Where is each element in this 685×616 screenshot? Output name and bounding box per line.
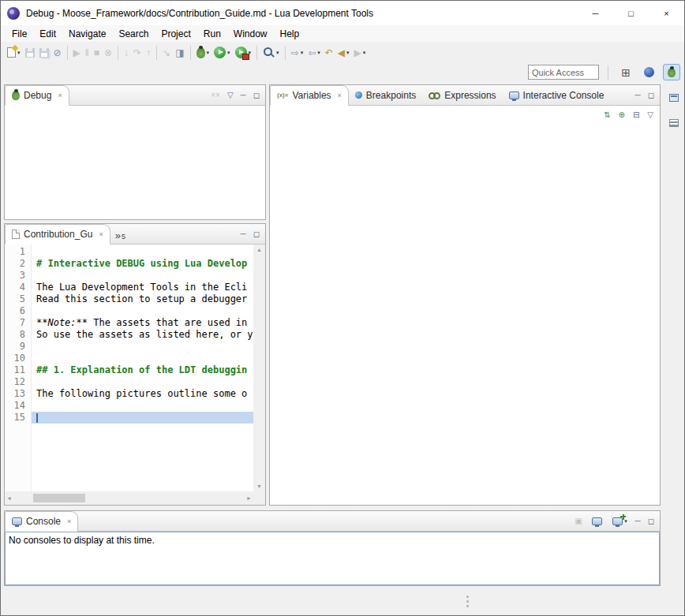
close-icon[interactable]: × [58, 91, 62, 99]
editor-line[interactable]: 14 [5, 400, 253, 412]
menu-search[interactable]: Search [112, 27, 155, 41]
display-console-button[interactable] [590, 514, 605, 528]
previous-annotation-button[interactable]: ⇦ ▾ [305, 44, 323, 62]
collapse-all-icon[interactable]: ⊟ [633, 111, 639, 119]
resume-button[interactable]: ▶ [71, 44, 83, 62]
minimize-view-icon[interactable]: ─ [241, 230, 246, 238]
close-icon[interactable]: × [338, 91, 342, 99]
editor-line[interactable]: 4The Lua Development Tools in the Ecli [5, 282, 253, 293]
scrollbar-thumb[interactable] [33, 494, 85, 502]
app-icon[interactable] [7, 7, 20, 20]
search-button[interactable]: ▾ [260, 44, 282, 62]
open-perspective-button[interactable]: ⊞ [617, 64, 634, 80]
pin-console-icon[interactable]: ▣ [575, 517, 582, 525]
show-type-names-icon[interactable]: ⇅ [604, 111, 610, 119]
scroll-up-icon[interactable]: ▲ [256, 247, 262, 252]
run-button[interactable]: ▾ [211, 44, 233, 62]
editor-line[interactable]: 13The following pictures outline some o [5, 388, 253, 400]
horizontal-scrollbar[interactable]: ◄ ► [5, 491, 253, 505]
editor-line[interactable]: 2# Interactive DEBUG using Lua Develop [5, 258, 253, 270]
disconnect-button[interactable]: ⊗ [102, 44, 114, 62]
drop-to-frame-button[interactable]: ↘ [160, 44, 173, 62]
menu-help[interactable]: Help [274, 27, 306, 41]
maximize-view-icon[interactable]: ◻ [648, 91, 654, 99]
editor-line[interactable]: 8So use the assets as listed here, or y [5, 329, 253, 341]
editor-line[interactable]: 5Read this section to setup a debugger [5, 293, 253, 305]
view-menu-icon[interactable]: ▽ [227, 91, 234, 99]
debug-perspective-button[interactable] [663, 64, 680, 80]
tab-console[interactable]: Console × [5, 511, 78, 532]
editor-line[interactable]: 1 [5, 246, 253, 258]
show-logical-structures-icon[interactable]: ⊕ [619, 111, 625, 119]
lua-perspective-button[interactable] [640, 64, 657, 80]
skip-breakpoints-button[interactable]: ⊘ [51, 44, 64, 62]
tab-debug[interactable]: Debug × [5, 85, 69, 106]
debug-button[interactable]: ▾ [194, 44, 212, 62]
editor-line[interactable]: 7**Note:** The assets that are used in [5, 317, 253, 329]
window-minimize-button[interactable]: ─ [578, 1, 613, 25]
close-icon[interactable]: × [67, 517, 71, 525]
minimize-view-icon[interactable]: ─ [241, 91, 246, 99]
remove-terminated-icon[interactable]: ×× [211, 91, 220, 99]
statusbar [1, 587, 684, 615]
outline-view-button[interactable] [666, 116, 682, 130]
tab-variables[interactable]: (x)= Variables × [270, 85, 349, 106]
open-console-button[interactable]: ▾ [612, 514, 628, 528]
close-icon[interactable]: × [99, 230, 103, 238]
minimize-view-icon[interactable]: ─ [635, 91, 641, 99]
editor-line[interactable]: 9 [5, 341, 253, 353]
terminate-button[interactable]: ■ [92, 44, 102, 62]
drop-to-frame-icon: ↘ [163, 48, 170, 58]
editor-line[interactable]: 12 [5, 376, 253, 388]
code-area[interactable]: 1 2# Interactive DEBUG using Lua Develop… [5, 246, 253, 491]
window-close-button[interactable]: × [649, 1, 684, 25]
maximize-view-icon[interactable]: ◻ [253, 91, 260, 99]
step-over-button[interactable]: ↷ [131, 44, 144, 62]
menu-navigate[interactable]: Navigate [62, 27, 112, 41]
minimize-view-icon[interactable]: ─ [635, 517, 641, 525]
tab-breakpoints[interactable]: Breakpoints [349, 85, 422, 105]
console-content[interactable]: No consoles to display at this time. [5, 532, 660, 585]
back-button[interactable]: ◀ ▾ [335, 44, 352, 62]
save-all-button[interactable] [37, 44, 51, 62]
editor-line[interactable]: 10 [5, 353, 253, 364]
trim-drag-handle[interactable] [466, 595, 469, 607]
vertical-scrollbar[interactable]: ▲ ▼ [253, 245, 265, 491]
next-annotation-button[interactable]: ⇨ ▾ [289, 44, 306, 62]
menu-run[interactable]: Run [197, 27, 227, 41]
use-step-filters-button[interactable]: ◨ [173, 44, 186, 62]
console-view: Console × ▣ ▾ ─ ◻ No consoles to display… [4, 510, 661, 586]
restore-view-button[interactable] [666, 91, 682, 105]
tab-interactive-console[interactable]: Interactive Console [503, 85, 611, 105]
tab-expressions[interactable]: Expressions [422, 85, 502, 105]
menu-edit[interactable]: Edit [33, 27, 62, 41]
editor-line current-line[interactable]: 15 [5, 412, 253, 424]
forward-button[interactable]: ▶ ▾ [352, 44, 369, 62]
editor-line[interactable]: 3 [5, 270, 253, 282]
new-wizard-button[interactable]: ▾ [5, 44, 23, 62]
view-menu-icon[interactable]: ▽ [647, 111, 653, 119]
external-tools-button[interactable]: ▾ [233, 44, 254, 62]
maximize-view-icon[interactable]: ◻ [648, 517, 654, 525]
suspend-button[interactable]: ‖ [83, 44, 92, 62]
debug-tree[interactable] [5, 106, 265, 219]
scroll-left-icon[interactable]: ◄ [6, 495, 12, 501]
menu-file[interactable]: File [6, 27, 33, 41]
debug-view-icon [12, 91, 20, 100]
menu-window[interactable]: Window [227, 27, 274, 41]
scroll-right-icon[interactable]: ► [246, 495, 252, 501]
tab-contribution-guide[interactable]: Contribution_Gu × [5, 224, 110, 245]
editor-overflow-button[interactable]: » 5 [110, 224, 130, 244]
step-into-button[interactable]: ↓ [122, 44, 131, 62]
editor-line[interactable]: 6 [5, 305, 253, 317]
window-maximize-button[interactable]: □ [613, 1, 649, 25]
maximize-view-icon[interactable]: ◻ [253, 230, 260, 238]
save-button[interactable] [23, 44, 37, 62]
scroll-down-icon[interactable]: ▼ [256, 483, 262, 489]
menu-project[interactable]: Project [155, 27, 197, 41]
step-return-button[interactable]: ↑ [144, 44, 153, 62]
editor-line[interactable]: 11## 1. Explanation of the LDT debuggin [5, 364, 253, 376]
variables-tree[interactable] [270, 125, 660, 505]
quick-access-input[interactable] [528, 65, 599, 80]
last-edit-location-button[interactable]: ↶ [323, 44, 335, 62]
